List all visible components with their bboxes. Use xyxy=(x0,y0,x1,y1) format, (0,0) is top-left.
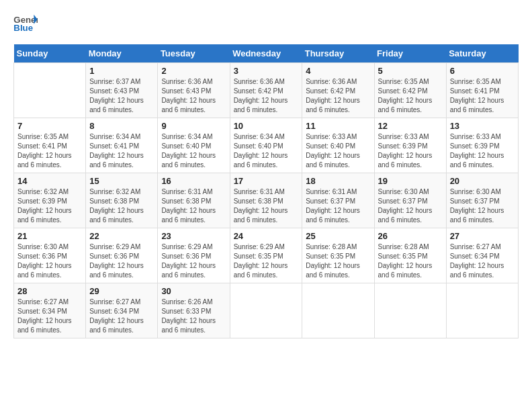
calendar-cell: 22Sunrise: 6:29 AMSunset: 6:36 PMDayligh… xyxy=(86,228,158,283)
calendar-cell: 17Sunrise: 6:31 AMSunset: 6:38 PMDayligh… xyxy=(230,173,302,228)
day-info: Sunrise: 6:35 AMSunset: 6:42 PMDaylight:… xyxy=(378,77,443,115)
calendar-cell: 30Sunrise: 6:26 AMSunset: 6:33 PMDayligh… xyxy=(158,283,230,338)
day-info: Sunrise: 6:31 AMSunset: 6:38 PMDaylight:… xyxy=(161,187,226,225)
day-info: Sunrise: 6:27 AMSunset: 6:34 PMDaylight:… xyxy=(450,242,515,280)
day-number: 8 xyxy=(89,121,154,131)
day-info: Sunrise: 6:33 AMSunset: 6:40 PMDaylight:… xyxy=(306,132,370,170)
day-number: 14 xyxy=(17,176,82,186)
col-header-thursday: Thursday xyxy=(302,44,374,63)
day-info: Sunrise: 6:36 AMSunset: 6:42 PMDaylight:… xyxy=(306,77,370,115)
calendar-cell: 5Sunrise: 6:35 AMSunset: 6:42 PMDaylight… xyxy=(374,63,446,118)
day-number: 10 xyxy=(234,121,299,131)
calendar-cell: 24Sunrise: 6:29 AMSunset: 6:35 PMDayligh… xyxy=(230,228,302,283)
day-info: Sunrise: 6:35 AMSunset: 6:41 PMDaylight:… xyxy=(450,77,515,115)
calendar-cell: 29Sunrise: 6:27 AMSunset: 6:34 PMDayligh… xyxy=(86,283,158,338)
calendar-cell: 8Sunrise: 6:34 AMSunset: 6:41 PMDaylight… xyxy=(86,118,158,173)
calendar-cell xyxy=(14,63,86,118)
calendar-cell: 6Sunrise: 6:35 AMSunset: 6:41 PMDaylight… xyxy=(446,63,518,118)
day-info: Sunrise: 6:30 AMSunset: 6:36 PMDaylight:… xyxy=(17,242,82,280)
day-info: Sunrise: 6:32 AMSunset: 6:38 PMDaylight:… xyxy=(89,187,154,225)
day-info: Sunrise: 6:33 AMSunset: 6:39 PMDaylight:… xyxy=(378,132,443,170)
day-number: 11 xyxy=(306,121,370,131)
calendar-cell: 11Sunrise: 6:33 AMSunset: 6:40 PMDayligh… xyxy=(302,118,374,173)
col-header-monday: Monday xyxy=(86,44,158,63)
day-info: Sunrise: 6:28 AMSunset: 6:35 PMDaylight:… xyxy=(306,242,370,280)
day-number: 9 xyxy=(161,121,226,131)
day-info: Sunrise: 6:37 AMSunset: 6:43 PMDaylight:… xyxy=(89,77,154,115)
calendar-cell: 23Sunrise: 6:29 AMSunset: 6:36 PMDayligh… xyxy=(158,228,230,283)
day-info: Sunrise: 6:33 AMSunset: 6:39 PMDaylight:… xyxy=(450,132,515,170)
day-info: Sunrise: 6:30 AMSunset: 6:37 PMDaylight:… xyxy=(378,187,443,225)
col-header-friday: Friday xyxy=(374,44,446,63)
day-number: 7 xyxy=(17,121,82,131)
calendar-cell: 7Sunrise: 6:35 AMSunset: 6:41 PMDaylight… xyxy=(14,118,86,173)
day-number: 26 xyxy=(378,231,443,241)
day-number: 16 xyxy=(161,176,226,186)
logo: General Blue xyxy=(13,13,38,34)
col-header-tuesday: Tuesday xyxy=(158,44,230,63)
day-info: Sunrise: 6:30 AMSunset: 6:37 PMDaylight:… xyxy=(450,187,515,225)
logo-icon: General Blue xyxy=(13,13,38,34)
calendar-cell: 10Sunrise: 6:34 AMSunset: 6:40 PMDayligh… xyxy=(230,118,302,173)
calendar-cell: 19Sunrise: 6:30 AMSunset: 6:37 PMDayligh… xyxy=(374,173,446,228)
calendar-cell: 16Sunrise: 6:31 AMSunset: 6:38 PMDayligh… xyxy=(158,173,230,228)
calendar-table: SundayMondayTuesdayWednesdayThursdayFrid… xyxy=(13,44,519,338)
calendar-cell: 2Sunrise: 6:36 AMSunset: 6:43 PMDaylight… xyxy=(158,63,230,118)
day-number: 21 xyxy=(17,231,82,241)
day-number: 19 xyxy=(378,176,443,186)
day-number: 5 xyxy=(378,66,443,76)
calendar-cell: 28Sunrise: 6:27 AMSunset: 6:34 PMDayligh… xyxy=(14,283,86,338)
calendar-cell: 26Sunrise: 6:28 AMSunset: 6:35 PMDayligh… xyxy=(374,228,446,283)
day-info: Sunrise: 6:34 AMSunset: 6:41 PMDaylight:… xyxy=(89,132,154,170)
day-info: Sunrise: 6:29 AMSunset: 6:36 PMDaylight:… xyxy=(161,242,226,280)
page-header: General Blue xyxy=(13,13,519,34)
day-number: 6 xyxy=(450,66,515,76)
day-info: Sunrise: 6:27 AMSunset: 6:34 PMDaylight:… xyxy=(89,298,154,335)
day-info: Sunrise: 6:28 AMSunset: 6:35 PMDaylight:… xyxy=(378,242,443,280)
calendar-cell xyxy=(230,283,302,338)
day-number: 12 xyxy=(378,121,443,131)
calendar-cell xyxy=(446,283,518,338)
day-number: 18 xyxy=(306,176,370,186)
calendar-cell: 20Sunrise: 6:30 AMSunset: 6:37 PMDayligh… xyxy=(446,173,518,228)
col-header-wednesday: Wednesday xyxy=(230,44,302,63)
day-info: Sunrise: 6:34 AMSunset: 6:40 PMDaylight:… xyxy=(161,132,226,170)
day-number: 15 xyxy=(89,176,154,186)
day-info: Sunrise: 6:32 AMSunset: 6:39 PMDaylight:… xyxy=(17,187,82,225)
day-info: Sunrise: 6:31 AMSunset: 6:37 PMDaylight:… xyxy=(306,187,370,225)
day-number: 30 xyxy=(161,286,226,296)
day-info: Sunrise: 6:36 AMSunset: 6:43 PMDaylight:… xyxy=(161,77,226,115)
calendar-cell: 1Sunrise: 6:37 AMSunset: 6:43 PMDaylight… xyxy=(86,63,158,118)
calendar-cell: 3Sunrise: 6:36 AMSunset: 6:42 PMDaylight… xyxy=(230,63,302,118)
day-number: 23 xyxy=(161,231,226,241)
col-header-saturday: Saturday xyxy=(446,44,518,63)
calendar-cell: 13Sunrise: 6:33 AMSunset: 6:39 PMDayligh… xyxy=(446,118,518,173)
day-info: Sunrise: 6:26 AMSunset: 6:33 PMDaylight:… xyxy=(161,298,226,335)
day-info: Sunrise: 6:27 AMSunset: 6:34 PMDaylight:… xyxy=(17,298,82,335)
calendar-cell: 4Sunrise: 6:36 AMSunset: 6:42 PMDaylight… xyxy=(302,63,374,118)
day-number: 28 xyxy=(17,286,82,296)
day-number: 1 xyxy=(89,66,154,76)
day-number: 17 xyxy=(234,176,299,186)
calendar-cell xyxy=(302,283,374,338)
day-number: 29 xyxy=(89,286,154,296)
calendar-cell xyxy=(374,283,446,338)
day-number: 20 xyxy=(450,176,515,186)
day-number: 25 xyxy=(306,231,370,241)
col-header-sunday: Sunday xyxy=(14,44,86,63)
calendar-cell: 21Sunrise: 6:30 AMSunset: 6:36 PMDayligh… xyxy=(14,228,86,283)
svg-text:Blue: Blue xyxy=(13,23,33,33)
day-number: 4 xyxy=(306,66,370,76)
calendar-cell: 9Sunrise: 6:34 AMSunset: 6:40 PMDaylight… xyxy=(158,118,230,173)
day-number: 2 xyxy=(161,66,226,76)
day-number: 13 xyxy=(450,121,515,131)
day-info: Sunrise: 6:29 AMSunset: 6:35 PMDaylight:… xyxy=(234,242,299,280)
day-number: 3 xyxy=(234,66,299,76)
day-number: 27 xyxy=(450,231,515,241)
calendar-cell: 25Sunrise: 6:28 AMSunset: 6:35 PMDayligh… xyxy=(302,228,374,283)
calendar-cell: 27Sunrise: 6:27 AMSunset: 6:34 PMDayligh… xyxy=(446,228,518,283)
calendar-cell: 18Sunrise: 6:31 AMSunset: 6:37 PMDayligh… xyxy=(302,173,374,228)
day-info: Sunrise: 6:29 AMSunset: 6:36 PMDaylight:… xyxy=(89,242,154,280)
day-info: Sunrise: 6:36 AMSunset: 6:42 PMDaylight:… xyxy=(234,77,299,115)
day-number: 24 xyxy=(234,231,299,241)
